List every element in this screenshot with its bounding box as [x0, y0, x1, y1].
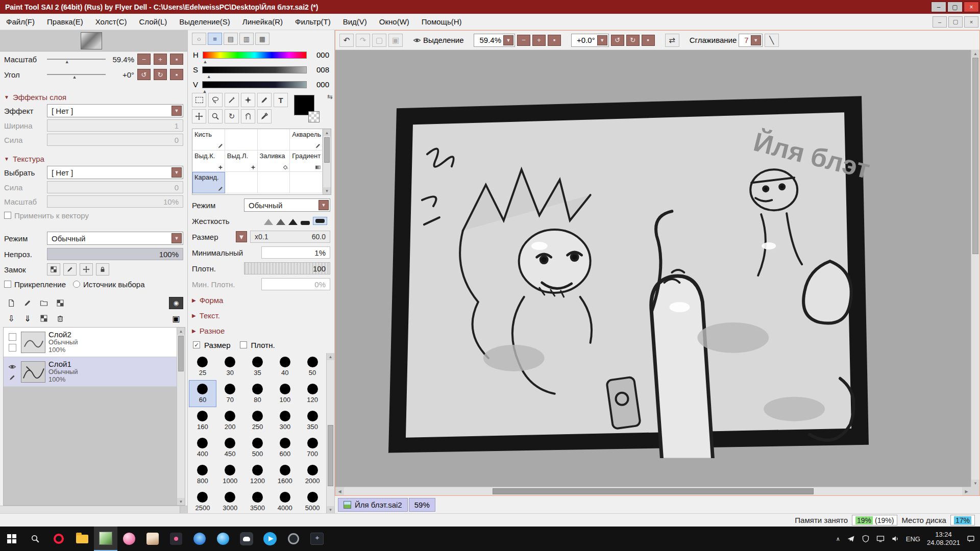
taskbar-opera[interactable]: [47, 527, 70, 551]
selection-view-button[interactable]: ◉: [169, 297, 183, 309]
stabilizer-button[interactable]: ╲: [765, 34, 779, 47]
scroll-left-icon[interactable]: ◀: [335, 487, 344, 495]
pen-tool[interactable]: [257, 93, 272, 107]
texture-strength-field[interactable]: 0: [47, 181, 183, 193]
close-button[interactable]: ×: [964, 2, 979, 12]
navigator-preview[interactable]: [0, 30, 187, 52]
tray-telegram-icon[interactable]: [847, 535, 855, 543]
rotate-view-tool[interactable]: ↻: [225, 109, 239, 123]
new-layer-icon[interactable]: [4, 297, 18, 309]
scroll-up-icon[interactable]: ▲: [327, 353, 334, 360]
layer-opacity-slider[interactable]: 100%: [47, 248, 183, 260]
rotate-ccw-button[interactable]: ↺: [137, 69, 151, 80]
shape-section-header[interactable]: ▶ Форма: [188, 292, 334, 307]
brush-size-option[interactable]: 5000: [299, 488, 326, 515]
tool-watercolor[interactable]: Акварель: [290, 129, 323, 151]
scroll-down-icon[interactable]: ▼: [327, 506, 334, 513]
view-zoom-out-button[interactable]: −: [517, 35, 530, 46]
tool-selection-eraser[interactable]: Выд.Л.: [225, 151, 258, 172]
zoom-reset-button[interactable]: ▪: [170, 54, 183, 65]
brush-size-option[interactable]: 25: [189, 353, 216, 380]
lock-all-button[interactable]: [96, 263, 109, 276]
maximize-button[interactable]: ▢: [947, 2, 963, 12]
notification-center-icon[interactable]: [967, 535, 975, 543]
brush-size-option[interactable]: 1000: [216, 461, 244, 488]
taskbar-app-dark[interactable]: [164, 527, 188, 551]
misc-section-header[interactable]: ▶ Разное: [188, 322, 334, 338]
brush-size-option[interactable]: 350: [299, 407, 326, 434]
brush-size-option[interactable]: 100: [271, 380, 299, 407]
hsv-sliders-tab[interactable]: ▤: [224, 33, 238, 45]
effect-dropdown[interactable]: [ Нет ] ▼: [47, 104, 183, 117]
brush-size-option[interactable]: 160: [189, 407, 216, 434]
document-tab[interactable]: Йля блэт.sai2: [338, 498, 408, 512]
start-button[interactable]: [0, 527, 23, 551]
chevron-down-icon[interactable]: ▼: [172, 106, 182, 116]
hardness-4-icon[interactable]: [301, 221, 310, 225]
layer-row-2[interactable]: Слой2 Обычный 100%: [4, 328, 177, 357]
texture-dropdown[interactable]: [ Нет ] ▼: [47, 166, 183, 179]
brush-size-option[interactable]: 250: [244, 407, 272, 434]
magic-wand-tool[interactable]: [225, 93, 239, 107]
menu-layer[interactable]: Слой(L): [133, 14, 174, 30]
shape-tool[interactable]: [241, 93, 255, 107]
view-angle-dropdown[interactable]: +0.0° ▼: [571, 34, 609, 47]
smoothing-dropdown[interactable]: 7 ▼: [739, 34, 762, 47]
taskbar-app-anime[interactable]: [141, 527, 164, 551]
swap-colors-icon[interactable]: ⇆: [327, 93, 333, 101]
doc-close-button[interactable]: ×: [964, 16, 978, 28]
tool-gradient[interactable]: Градиент: [290, 151, 323, 172]
layer-visibility-toggle[interactable]: [9, 333, 16, 341]
lock-paint-button[interactable]: [63, 263, 77, 276]
flip-view-button[interactable]: ⇄: [665, 34, 679, 47]
rgb-sliders-tab[interactable]: ≡: [208, 33, 222, 45]
brush-size-option[interactable]: 35: [244, 353, 272, 380]
layer-row-1-selected[interactable]: Слой1 Обычный 100%: [4, 357, 177, 387]
menu-edit[interactable]: Правка(E): [41, 14, 89, 30]
tool-pencil-selected[interactable]: Каранд.: [192, 172, 225, 193]
hardness-2-icon[interactable]: [276, 219, 285, 225]
menu-ruler[interactable]: Линейка(R): [236, 14, 289, 30]
menu-selection[interactable]: Выделение(S): [173, 14, 236, 30]
brush-size-option[interactable]: 450: [216, 434, 244, 461]
chevron-down-icon[interactable]: ▼: [597, 35, 607, 45]
swatches-tab[interactable]: ▥: [239, 33, 254, 45]
selection-source-radio[interactable]: [73, 281, 80, 288]
zoom-slider[interactable]: ▲: [47, 55, 106, 63]
invert-selection-button[interactable]: ▣: [388, 34, 403, 47]
taskbar-steam[interactable]: [282, 527, 305, 551]
sizes-scrollbar[interactable]: ▲ ▼: [326, 353, 334, 513]
brush-size-option[interactable]: 40: [271, 353, 299, 380]
brush-size-option[interactable]: 800: [189, 461, 216, 488]
brush-mode-dropdown[interactable]: Обычный ▼: [244, 198, 330, 212]
view-zoom-reset-button[interactable]: ▪: [548, 35, 561, 46]
scroll-down-icon[interactable]: ▼: [971, 480, 979, 487]
tray-network-icon[interactable]: [876, 535, 885, 543]
tool-list-scrollbar[interactable]: ▲ ▼: [323, 129, 331, 194]
clip-group-checkbox[interactable]: [4, 281, 11, 288]
lasso-tool[interactable]: [208, 93, 223, 107]
view-rotate-ccw-button[interactable]: ↺: [611, 35, 624, 46]
tool-selection-pen[interactable]: Выд.К.: [192, 151, 225, 172]
panel-options-icon[interactable]: ▣: [169, 312, 183, 324]
density-slider[interactable]: 100: [244, 262, 330, 274]
layer-scrollbar[interactable]: ▲ ▼: [177, 328, 185, 505]
menu-filter[interactable]: Фильтр(T): [289, 14, 337, 30]
brush-size-option[interactable]: 4000: [271, 488, 299, 515]
language-indicator[interactable]: ENG: [906, 535, 920, 543]
tray-clock[interactable]: 13:24 24.08.2021: [927, 531, 960, 547]
taskbar-discord[interactable]: [235, 527, 258, 551]
panel-resize-corner[interactable]: [180, 506, 187, 513]
brush-size-option[interactable]: 30: [216, 353, 244, 380]
texture-scale-field[interactable]: 10%: [47, 195, 183, 208]
taskbar-search-button[interactable]: [23, 527, 47, 551]
canvas-vertical-scrollbar[interactable]: ▲ ▼: [971, 50, 979, 487]
canvas-horizontal-scrollbar[interactable]: ◀ ▶: [335, 487, 971, 495]
redo-button[interactable]: ↷: [356, 34, 370, 47]
doc-minimize-button[interactable]: –: [933, 16, 947, 28]
mixer-tab[interactable]: ▦: [255, 33, 270, 45]
scroll-up-icon[interactable]: ▲: [323, 129, 331, 136]
zoom-out-button[interactable]: −: [137, 54, 151, 65]
brush-size-option[interactable]: 120: [299, 380, 326, 407]
scroll-up-icon[interactable]: ▲: [177, 328, 185, 335]
